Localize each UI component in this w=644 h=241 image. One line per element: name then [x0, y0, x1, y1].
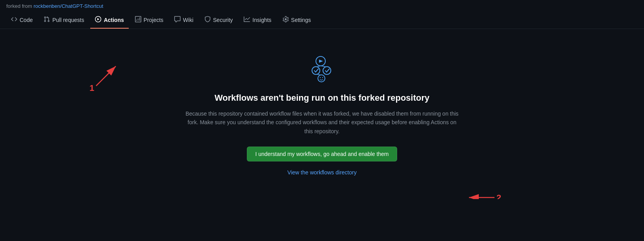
tab-settings[interactable]: Settings — [278, 12, 316, 29]
wiki-icon — [174, 16, 181, 24]
svg-point-3 — [323, 67, 331, 74]
fork-source-link[interactable]: rockbenben/ChatGPT-Shortcut — [33, 3, 103, 9]
security-icon — [204, 16, 211, 24]
tab-security-label: Security — [213, 17, 233, 23]
tab-pull-requests-label: Pull requests — [52, 17, 84, 23]
tab-insights[interactable]: Insights — [239, 12, 276, 29]
svg-point-5 — [319, 77, 320, 78]
pull-request-icon — [44, 16, 50, 24]
tab-wiki-label: Wiki — [183, 17, 193, 23]
svg-point-4 — [318, 75, 325, 82]
topbar: forked from rockbenben/ChatGPT-Shortcut — [0, 0, 644, 12]
svg-line-8 — [321, 66, 325, 67]
tab-actions[interactable]: Actions — [90, 12, 128, 29]
tab-code-label: Code — [20, 17, 33, 23]
tab-settings-label: Settings — [291, 17, 311, 23]
code-icon — [11, 16, 17, 24]
tab-pull-requests[interactable]: Pull requests — [39, 12, 89, 29]
svg-marker-1 — [319, 60, 323, 63]
projects-icon — [135, 16, 141, 24]
svg-line-9 — [317, 74, 320, 75]
forked-from-text: forked from — [6, 3, 32, 9]
insights-icon — [244, 16, 250, 24]
actions-nav-icon — [95, 16, 101, 24]
tab-wiki[interactable]: Wiki — [170, 12, 198, 29]
svg-point-2 — [312, 67, 320, 74]
main-content: Workflows aren't being run on this forke… — [0, 29, 644, 199]
tab-insights-label: Insights — [252, 17, 271, 23]
main-description: Because this repository contained workfl… — [185, 109, 460, 136]
tab-code[interactable]: Code — [6, 12, 37, 29]
workflow-disabled-icon — [306, 53, 338, 85]
tab-security[interactable]: Security — [200, 12, 238, 29]
tab-actions-label: Actions — [104, 17, 124, 23]
repo-navigation: Code Pull requests Actions Projects — [0, 12, 644, 29]
tab-projects[interactable]: Projects — [130, 12, 168, 29]
view-workflows-link[interactable]: View the workflows directory — [287, 169, 356, 176]
enable-workflows-button[interactable]: I understand my workflows, go ahead and … — [247, 147, 397, 161]
svg-line-7 — [317, 66, 321, 67]
tab-projects-label: Projects — [144, 17, 164, 23]
settings-icon — [283, 16, 289, 24]
main-heading: Workflows aren't being run on this forke… — [215, 93, 430, 103]
svg-point-6 — [322, 77, 323, 78]
